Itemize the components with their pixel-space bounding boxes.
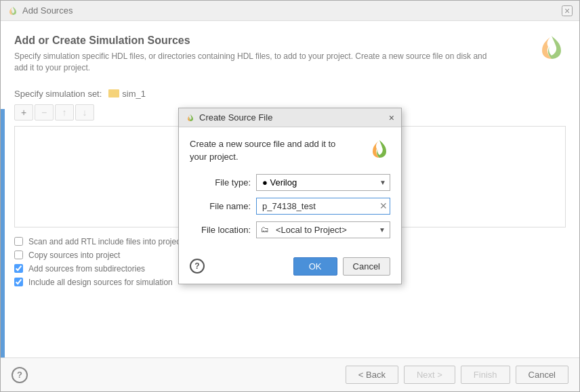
- create-source-dialog: Create Source File × Create a new source…: [178, 108, 402, 284]
- dialog-overlay: Create Source File × Create a new source…: [1, 1, 579, 391]
- file-name-input[interactable]: [256, 198, 390, 215]
- file-type-row: File type: ● Verilog VHDL SystemVerilog …: [190, 174, 390, 191]
- file-location-text: <Local to Project>: [273, 222, 375, 238]
- file-type-select[interactable]: ● Verilog VHDL SystemVerilog: [256, 174, 390, 191]
- dialog-title-text: Create Source File: [199, 112, 272, 123]
- file-type-label: File type:: [190, 177, 251, 188]
- clear-file-name-button[interactable]: ✕: [379, 200, 388, 211]
- file-type-wrapper: ● Verilog VHDL SystemVerilog ▼: [256, 174, 390, 191]
- file-name-row: File name: ✕: [190, 198, 390, 215]
- dialog-header-text: Create a new source file and add it to y…: [190, 138, 339, 162]
- dialog-title-bar: Create Source File ×: [179, 108, 401, 127]
- location-folder-icon: 🗂: [257, 222, 273, 237]
- dialog-vivado-icon: [186, 113, 195, 123]
- dialog-header-row: Create a new source file and add it to y…: [190, 138, 390, 162]
- dialog-buttons: OK Cancel: [293, 257, 390, 276]
- main-window: Add Sources × Add or Create Simulation S…: [0, 0, 580, 392]
- dialog-vivado-logo: [369, 138, 390, 160]
- dialog-footer: ? OK Cancel: [179, 252, 401, 284]
- cancel-button[interactable]: Cancel: [343, 257, 390, 276]
- file-location-row: File location: 🗂 <Local to Project> ▼: [190, 221, 390, 238]
- file-location-label: File location:: [190, 225, 251, 235]
- dialog-close-button[interactable]: ×: [389, 112, 394, 123]
- file-name-wrapper: ✕: [256, 198, 390, 215]
- dialog-help-button[interactable]: ?: [190, 259, 205, 274]
- file-location-control[interactable]: 🗂 <Local to Project> ▼: [256, 221, 390, 238]
- ok-button[interactable]: OK: [293, 257, 337, 276]
- file-location-wrapper: 🗂 <Local to Project> ▼: [256, 221, 390, 238]
- file-name-label: File name:: [190, 201, 251, 211]
- dialog-content: Create a new source file and add it to y…: [179, 127, 401, 251]
- location-dropdown-arrow[interactable]: ▼: [375, 223, 390, 236]
- dialog-title-left: Create Source File: [186, 112, 272, 123]
